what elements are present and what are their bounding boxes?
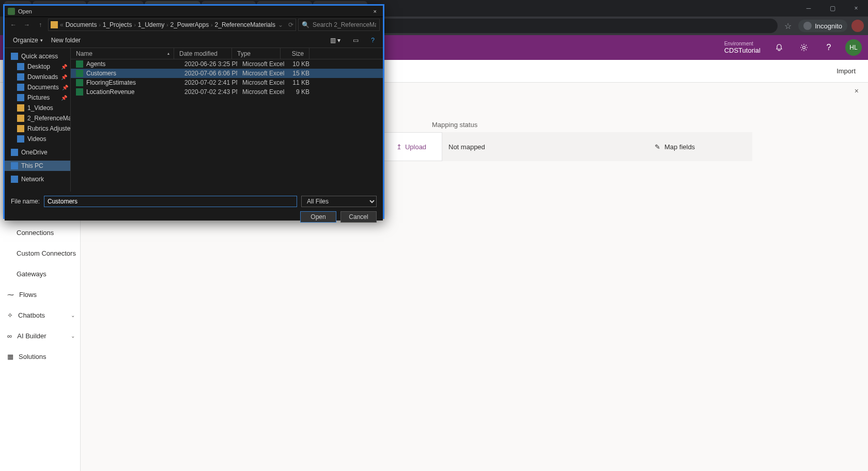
dialog-search-input[interactable]: 🔍 Search 2_ReferenceMaterials — [298, 19, 380, 31]
environment-value: CDSTutorial — [724, 46, 761, 54]
sidebar-item-flows[interactable]: ⁓Flows — [0, 284, 80, 305]
col-header-size[interactable]: Size — [281, 48, 309, 59]
panel-close-button[interactable]: × — [855, 87, 859, 95]
open-button[interactable]: Open — [300, 211, 336, 223]
notifications-icon[interactable] — [771, 39, 787, 56]
pencil-icon: ✎ — [655, 143, 660, 151]
file-row-agents[interactable]: Agents 2020-06-26 3:25 PM Microsoft Exce… — [71, 59, 383, 69]
dialog-body: Quick access Desktop📌 Downloads📌 Documen… — [5, 48, 383, 192]
filename-input[interactable] — [44, 196, 297, 207]
help-button[interactable]: ? — [367, 36, 379, 45]
gear-icon[interactable] — [796, 39, 812, 56]
dialog-toolbar: Organize▾ New folder ▥ ▾ ▭ ? — [5, 33, 383, 48]
file-row-flooring[interactable]: FlooringEstimates 2020-07-02 2:41 PM Mic… — [71, 78, 383, 87]
filename-label: File name: — [11, 198, 40, 205]
close-window-button[interactable]: × — [844, 0, 868, 17]
star-icon — [11, 53, 18, 60]
organize-button[interactable]: Organize▾ — [9, 36, 47, 45]
tree-desktop[interactable]: Desktop📌 — [5, 61, 70, 72]
documents-icon — [17, 84, 24, 91]
tree-network[interactable]: Network — [5, 174, 70, 184]
file-open-dialog: Open × ← → ↑ « Documents› 1_Projects› 1_… — [3, 4, 384, 219]
excel-icon — [76, 60, 83, 68]
refresh-icon[interactable]: ⟳ — [288, 21, 293, 28]
profile-avatar[interactable] — [851, 20, 864, 32]
tree-videos[interactable]: Videos — [5, 134, 70, 144]
list-header: Name▴ Date modified Type Size — [71, 48, 383, 59]
dialog-footer: File name: All Files Open Cancel — [5, 192, 383, 221]
file-row-location[interactable]: LocationRevenue 2020-07-02 2:43 PM Micro… — [71, 87, 383, 97]
tree-quick-access[interactable]: Quick access — [5, 51, 70, 61]
cloud-icon — [11, 149, 18, 156]
dialog-titlebar: Open × — [5, 6, 383, 17]
excel-icon — [76, 79, 83, 86]
environment-picker[interactable]: Environment CDSTutorial — [724, 41, 761, 54]
help-icon[interactable]: ? — [820, 39, 837, 56]
svg-point-0 — [803, 46, 805, 49]
dialog-close-button[interactable]: × — [370, 8, 380, 14]
breadcrumb[interactable]: « Documents› 1_Projects› 1_Udemy› 2_Powe… — [48, 19, 296, 31]
sidebar-item-chatbots[interactable]: ✧Chatbots⌄ — [0, 305, 80, 325]
map-fields-button[interactable]: ✎ Map fields — [597, 132, 752, 161]
tree-videos1[interactable]: 1_Videos — [5, 103, 70, 113]
tree-pictures[interactable]: Pictures📌 — [5, 92, 70, 103]
pin-icon: 📌 — [62, 85, 68, 90]
crumb-projects[interactable]: 1_Projects — [103, 21, 132, 28]
header-actions: ? HL — [771, 39, 862, 56]
chevron-down-icon: ⌄ — [71, 333, 75, 339]
nav-back-button[interactable]: ← — [8, 19, 19, 30]
maximize-button[interactable]: ▢ — [820, 0, 844, 17]
pin-icon: 📌 — [61, 95, 67, 101]
new-folder-button[interactable]: New folder — [47, 36, 85, 45]
col-header-date[interactable]: Date modified — [174, 48, 232, 59]
chevron-down-icon[interactable]: ⌄ — [278, 21, 283, 28]
sidebar-item-custom-connectors[interactable]: Custom Connectors — [0, 243, 80, 263]
folder-icon — [51, 21, 58, 28]
upload-icon: ↥ — [396, 143, 402, 151]
pin-icon: 📌 — [61, 74, 67, 80]
tree-downloads[interactable]: Downloads📌 — [5, 72, 70, 82]
search-icon: 🔍 — [302, 21, 309, 28]
videos-icon — [17, 135, 24, 143]
nav-forward-button[interactable]: → — [21, 19, 33, 30]
sidebar-item-connections[interactable]: Connections — [0, 222, 80, 243]
import-button[interactable]: Import — [836, 67, 856, 75]
upload-button[interactable]: ↥ Upload — [380, 132, 442, 161]
tree-thispc[interactable]: This PC — [5, 161, 70, 171]
chatbot-icon: ✧ — [7, 311, 13, 319]
sidebar-item-gateways[interactable]: Gateways — [0, 263, 80, 284]
pictures-icon — [17, 94, 24, 101]
crumb-udemy[interactable]: 1_Udemy — [138, 21, 164, 28]
pc-icon — [11, 162, 18, 169]
crumb-powerapps[interactable]: 2_PowerApps — [170, 21, 209, 28]
incognito-badge[interactable]: Incognito — [798, 20, 847, 32]
ai-icon: ∞ — [7, 332, 12, 340]
folder-tree: Quick access Desktop📌 Downloads📌 Documen… — [5, 48, 71, 192]
nav-up-button[interactable]: ↑ — [35, 19, 46, 30]
col-header-name[interactable]: Name▴ — [71, 48, 174, 59]
folder-icon — [17, 115, 24, 122]
sidebar-item-solutions[interactable]: ▦Solutions — [0, 346, 80, 367]
flow-icon: ⁓ — [7, 291, 14, 299]
filetype-select[interactable]: All Files — [301, 196, 377, 207]
tree-onedrive[interactable]: OneDrive — [5, 147, 70, 158]
crumb-reference[interactable]: 2_ReferenceMaterials — [215, 21, 275, 28]
tree-documents[interactable]: Documents📌 — [5, 82, 70, 92]
preview-toggle-button[interactable]: ▭ — [349, 36, 363, 45]
incognito-label: Incognito — [815, 22, 842, 30]
file-row-customers[interactable]: Customers 2020-07-06 6:06 PM Microsoft E… — [71, 69, 383, 78]
star-icon[interactable]: ☆ — [782, 20, 794, 32]
view-mode-button[interactable]: ▥ ▾ — [326, 36, 345, 45]
solutions-icon: ▦ — [7, 353, 13, 360]
crumb-documents[interactable]: Documents — [66, 21, 97, 28]
minimize-button[interactable]: ─ — [797, 0, 820, 17]
sidebar-item-aibuilder[interactable]: ∞AI Builder⌄ — [0, 325, 80, 346]
cancel-button[interactable]: Cancel — [340, 211, 377, 223]
window-controls: ─ ▢ × — [797, 0, 868, 17]
user-avatar[interactable]: HL — [845, 39, 862, 56]
tree-rubrics[interactable]: Rubrics Adjusted — [5, 123, 70, 134]
col-header-type[interactable]: Type — [232, 48, 281, 59]
chevron-down-icon: ⌄ — [71, 312, 75, 318]
tree-ref[interactable]: 2_ReferenceMateria — [5, 113, 70, 123]
pin-icon: 📌 — [61, 64, 67, 70]
